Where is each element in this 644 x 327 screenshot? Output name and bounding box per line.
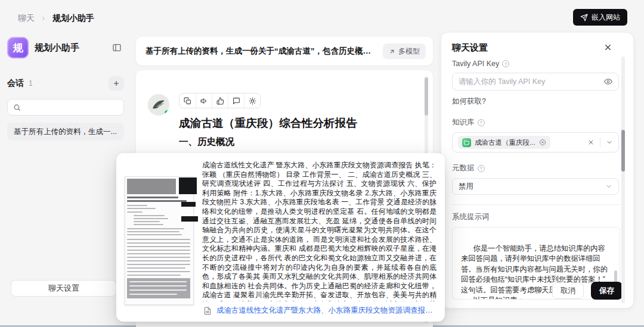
session-count: 1 bbox=[29, 79, 109, 88]
how-to-get-link[interactable]: 如何获取? bbox=[452, 96, 623, 107]
session-row: 会话 1 bbox=[7, 76, 124, 91]
report-title: 成渝古道（重庆段）综合性分析报告 bbox=[179, 116, 415, 130]
save-button[interactable]: 保存 bbox=[591, 282, 623, 300]
breadcrumb-current: 规划小助手 bbox=[52, 13, 94, 24]
session-search[interactable] bbox=[7, 99, 124, 116]
eye-icon[interactable] bbox=[604, 77, 612, 86]
user-question-bar: 基于所有上传的资料，生成一份关于“成渝古道”，包含历史概况、现状述评、... 多… bbox=[136, 37, 433, 66]
search-icon bbox=[13, 104, 21, 111]
sun-icon[interactable] bbox=[244, 94, 260, 108]
app-header: 规 规划小助手 bbox=[7, 37, 124, 58]
kb-tag-label: 成渝古道（重庆段... bbox=[475, 138, 535, 147]
app-window: 聊天 规划小助手 嵌入网站 规 规划小助手 会话 1 bbox=[0, 0, 644, 327]
metadata-value: 禁用 bbox=[459, 182, 473, 192]
online-status-dot bbox=[164, 110, 169, 115]
copy-icon[interactable] bbox=[179, 94, 196, 108]
chat-settings-panel: 聊天设置 Tavily API Key ? 如何获取? 知识库 ? bbox=[441, 33, 633, 308]
pdf-thumbnail[interactable] bbox=[125, 176, 194, 305]
metadata-select[interactable]: 禁用 bbox=[452, 178, 619, 195]
tavily-key-input[interactable] bbox=[459, 77, 599, 86]
help-circle-icon: ? bbox=[502, 60, 509, 67]
citation-source-row: 成渝古道线性文化遗产暨东大路、小东路重庆段文物资源调查报告(1).pdf bbox=[202, 306, 436, 316]
multi-model-button[interactable]: 多模型 bbox=[383, 43, 426, 59]
multi-model-label: 多模型 bbox=[398, 46, 420, 57]
chevron-down-icon bbox=[606, 139, 613, 146]
thumbs-up-icon[interactable] bbox=[212, 94, 228, 108]
app-name: 规划小助手 bbox=[35, 42, 106, 54]
chevron-right-icon bbox=[41, 15, 47, 21]
citation-text: 成渝古道线性文化遗产 暨东大路、小东路重庆段文物资源调查报告 执笔：张颖 （重庆… bbox=[202, 161, 436, 301]
message-toolbar bbox=[179, 93, 261, 108]
ai-avatar bbox=[148, 94, 169, 116]
metadata-label: 元数据 bbox=[452, 163, 475, 173]
panel-scrollbar[interactable] bbox=[621, 57, 625, 303]
dataset-icon bbox=[462, 138, 471, 147]
settings-title: 聊天设置 bbox=[452, 42, 603, 54]
chevron-down-icon bbox=[605, 183, 612, 190]
breadcrumb: 聊天 规划小助手 bbox=[18, 13, 94, 24]
kb-label: 知识库 bbox=[452, 117, 475, 127]
report-section-heading: 一、历史概况 bbox=[179, 136, 415, 148]
tavily-key-field[interactable] bbox=[452, 73, 619, 91]
file-icon bbox=[203, 307, 212, 315]
knowledge-base-select[interactable]: 成渝古道（重庆段... bbox=[452, 132, 619, 152]
close-icon[interactable] bbox=[603, 43, 614, 54]
sidebar-collapse-icon[interactable] bbox=[112, 42, 124, 54]
session-label: 会话 bbox=[7, 78, 24, 89]
cancel-button[interactable]: 取消 bbox=[552, 282, 584, 299]
sidebar: 规 规划小助手 会话 1 基于所有上传的资料，生成一... 聊天设置 bbox=[7, 37, 124, 323]
tavily-label: Tavily API Key bbox=[452, 60, 499, 68]
system-prompt-label: 系统提示词 bbox=[452, 212, 623, 222]
help-circle-icon: ? bbox=[478, 119, 485, 126]
top-bar: 聊天 规划小助手 嵌入网站 bbox=[0, 0, 644, 32]
embed-site-label: 嵌入网站 bbox=[592, 13, 620, 23]
citation-popup: 成渝古道线性文化遗产 暨东大路、小东路重庆段文物资源调查报告 执笔：张颖 （重庆… bbox=[116, 153, 445, 322]
clear-icon[interactable] bbox=[587, 139, 595, 146]
search-input[interactable] bbox=[24, 103, 118, 111]
help-circle-icon: ? bbox=[478, 165, 485, 172]
breadcrumb-chat[interactable]: 聊天 bbox=[18, 13, 35, 24]
comment-icon[interactable] bbox=[228, 94, 244, 108]
tag-remove-icon[interactable] bbox=[539, 139, 546, 146]
pdf-source-link[interactable]: 成渝古道线性文化遗产暨东大路、小东路重庆段文物资源调查报告(1).pdf bbox=[216, 306, 436, 316]
embed-site-button[interactable]: 嵌入网站 bbox=[573, 9, 627, 26]
divider bbox=[452, 204, 623, 205]
app-logo: 规 bbox=[7, 37, 29, 58]
new-session-button[interactable] bbox=[109, 76, 124, 91]
user-question: 基于所有上传的资料，生成一份关于“成渝古道”，包含历史概况、现状述评、... bbox=[145, 46, 377, 57]
arrow-up-right-icon bbox=[389, 48, 395, 55]
chat-settings-button[interactable]: 聊天设置 bbox=[11, 280, 117, 297]
conversation-item[interactable]: 基于所有上传的资料，生成一... bbox=[7, 123, 124, 141]
send-icon bbox=[580, 14, 588, 21]
kb-tag: 成渝古道（重庆段... bbox=[458, 136, 550, 149]
volume-icon[interactable] bbox=[196, 94, 212, 108]
